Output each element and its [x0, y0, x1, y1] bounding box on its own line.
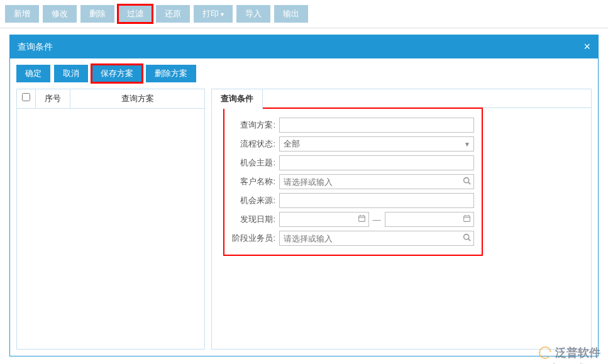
logo-icon — [539, 346, 551, 359]
print-button[interactable]: 打印▾ — [194, 5, 233, 23]
header-seq: 序号 — [36, 89, 70, 108]
calendar-icon[interactable] — [463, 214, 471, 224]
search-icon[interactable] — [463, 177, 471, 187]
svg-rect-2 — [358, 216, 365, 221]
table-header: 序号 查询方案 — [17, 89, 204, 109]
date-separator: — — [372, 215, 382, 224]
search-icon[interactable] — [463, 233, 471, 243]
dialog-toolbar: 确定 取消 保存方案 删除方案 — [10, 58, 598, 89]
staff-wrap — [279, 231, 474, 246]
watermark: 泛普软件 — [539, 345, 600, 360]
top-toolbar: 新增 修改 删除 过滤 还原 打印▾ 导入 输出 — [0, 0, 608, 28]
export-button[interactable]: 输出 — [274, 5, 308, 23]
customer-label: 客户名称: — [232, 176, 279, 187]
chevron-down-icon: ▾ — [221, 11, 224, 18]
row-plan: 查询方案: — [232, 118, 474, 133]
delete-button[interactable]: 删除 — [80, 5, 114, 23]
calendar-icon[interactable] — [358, 214, 366, 224]
svg-point-10 — [464, 234, 469, 240]
plan-input[interactable] — [279, 118, 474, 133]
condition-panel: 查询条件 查询方案: 流程状态: 全部 ▼ — [211, 89, 592, 350]
date-to-input[interactable] — [385, 212, 475, 227]
restore-button[interactable]: 还原 — [156, 5, 190, 23]
header-plan: 查询方案 — [70, 89, 204, 108]
dialog-body: 序号 查询方案 查询条件 查询方案: 流程状态: 全部 ▼ — [10, 89, 598, 356]
close-icon[interactable]: × — [583, 40, 590, 53]
row-subject: 机会主题: — [232, 155, 474, 170]
staff-label: 阶段业务员: — [232, 233, 279, 244]
condition-form: 查询方案: 流程状态: 全部 ▼ 机会主题: — [223, 108, 483, 256]
dialog-header: 查询条件 × — [10, 35, 598, 58]
tab-conditions[interactable]: 查询条件 — [211, 89, 263, 109]
watermark-text: 泛普软件 — [555, 345, 600, 360]
source-label: 机会来源: — [232, 195, 279, 206]
subject-label: 机会主题: — [232, 157, 279, 168]
watermark-url: www.fanpusoft.com — [535, 361, 600, 363]
header-checkbox-cell — [17, 89, 36, 108]
cancel-button[interactable]: 取消 — [54, 65, 88, 82]
date-from-wrap — [279, 212, 369, 227]
row-date: 发现日期: — — [232, 212, 474, 227]
customer-wrap — [279, 174, 474, 189]
filter-button[interactable]: 过滤 — [118, 5, 152, 23]
status-select[interactable]: 全部 — [279, 136, 474, 152]
svg-point-0 — [464, 178, 469, 183]
date-from-input[interactable] — [279, 212, 369, 227]
ok-button[interactable]: 确定 — [16, 65, 50, 82]
query-dialog: 查询条件 × 确定 取消 保存方案 删除方案 序号 查询方案 查询条件 — [9, 35, 599, 356]
status-select-wrap: 全部 ▼ — [279, 136, 474, 152]
import-button[interactable]: 导入 — [236, 5, 270, 23]
plan-table: 序号 查询方案 — [16, 89, 205, 350]
select-all-checkbox[interactable] — [22, 93, 30, 101]
date-range: — — [279, 212, 474, 227]
status-label: 流程状态: — [232, 138, 279, 150]
new-button[interactable]: 新增 — [5, 5, 39, 23]
date-to-wrap — [385, 212, 475, 227]
staff-input[interactable] — [279, 231, 474, 246]
dialog-title: 查询条件 — [18, 41, 53, 53]
row-staff: 阶段业务员: — [232, 231, 474, 246]
save-plan-button[interactable]: 保存方案 — [92, 65, 142, 82]
source-input[interactable] — [279, 193, 474, 208]
customer-input[interactable] — [279, 174, 474, 189]
svg-line-1 — [468, 182, 470, 184]
svg-line-11 — [468, 239, 470, 241]
delete-plan-button[interactable]: 删除方案 — [146, 65, 196, 82]
row-customer: 客户名称: — [232, 174, 474, 189]
date-label: 发现日期: — [232, 214, 279, 225]
plan-label: 查询方案: — [232, 119, 279, 131]
print-label: 打印 — [202, 9, 219, 18]
edit-button[interactable]: 修改 — [43, 5, 77, 23]
subject-input[interactable] — [279, 155, 474, 170]
row-source: 机会来源: — [232, 193, 474, 208]
row-status: 流程状态: 全部 ▼ — [232, 136, 474, 152]
svg-rect-6 — [464, 216, 470, 221]
